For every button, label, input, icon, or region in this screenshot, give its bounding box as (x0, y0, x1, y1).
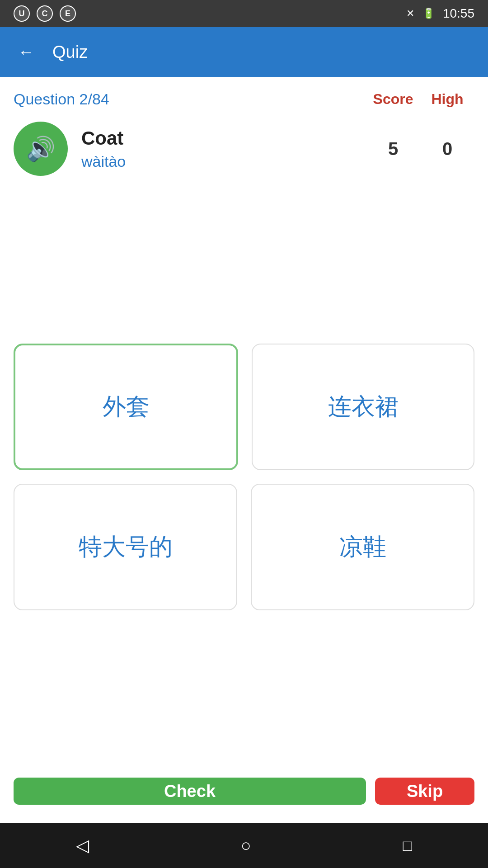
options-row-1: 外套 连衣裙 (14, 344, 474, 470)
score-value: 5 (366, 139, 420, 159)
battery-icon: 🔋 (422, 8, 435, 19)
status-bar: U C E ✕ 🔋 10:55 (0, 0, 488, 27)
option-text-3: 特大号的 (79, 531, 173, 563)
word-english: Coat (81, 127, 126, 149)
option-text-2: 连衣裙 (328, 391, 399, 423)
speaker-button[interactable]: 🔊 (14, 122, 68, 176)
word-section: 🔊 Coat wàitào 5 0 (14, 122, 474, 176)
signal-icon: ✕ (406, 8, 414, 19)
option-text-1: 外套 (103, 391, 150, 423)
question-label: Question 2/84 (14, 90, 366, 108)
option-text-4: 凉鞋 (339, 531, 386, 563)
option-card-4[interactable]: 凉鞋 (251, 484, 474, 610)
score-header: Question 2/84 Score High (14, 90, 474, 108)
nav-recent-button[interactable]: □ (396, 830, 419, 861)
app-icon-u: U (14, 5, 30, 22)
word-pinyin: wàitào (81, 153, 126, 170)
main-content: Question 2/84 Score High 🔊 Coat wàitào 5… (0, 77, 488, 823)
status-right-icons: ✕ 🔋 10:55 (406, 6, 474, 21)
app-icon-c: C (37, 5, 53, 22)
check-button[interactable]: Check (14, 778, 366, 805)
option-card-2[interactable]: 连衣裙 (252, 344, 474, 470)
app-bar: ← Quiz (0, 27, 488, 77)
app-icon-e: E (60, 5, 76, 22)
status-time: 10:55 (443, 6, 474, 21)
score-column-label: Score (366, 91, 420, 108)
options-row-2: 特大号的 凉鞋 (14, 484, 474, 610)
back-button[interactable]: ← (14, 38, 39, 66)
options-area: 外套 连衣裙 特大号的 凉鞋 (14, 185, 474, 769)
option-card-1[interactable]: 外套 (14, 344, 238, 470)
nav-back-button[interactable]: ◁ (69, 829, 96, 862)
score-values: 5 0 (366, 139, 474, 159)
option-card-3[interactable]: 特大号的 (14, 484, 237, 610)
app-title: Quiz (52, 42, 88, 62)
bottom-buttons: Check Skip (14, 769, 474, 823)
skip-button[interactable]: Skip (375, 778, 474, 805)
nav-home-button[interactable]: ○ (234, 829, 258, 862)
nav-bar: ◁ ○ □ (0, 823, 488, 868)
word-info: Coat wàitào (81, 127, 126, 170)
high-column-label: High (420, 91, 474, 108)
back-arrow-icon: ← (18, 42, 34, 61)
status-bar-app-icons: U C E (14, 5, 76, 22)
speaker-icon: 🔊 (26, 135, 56, 163)
high-value: 0 (420, 139, 474, 159)
